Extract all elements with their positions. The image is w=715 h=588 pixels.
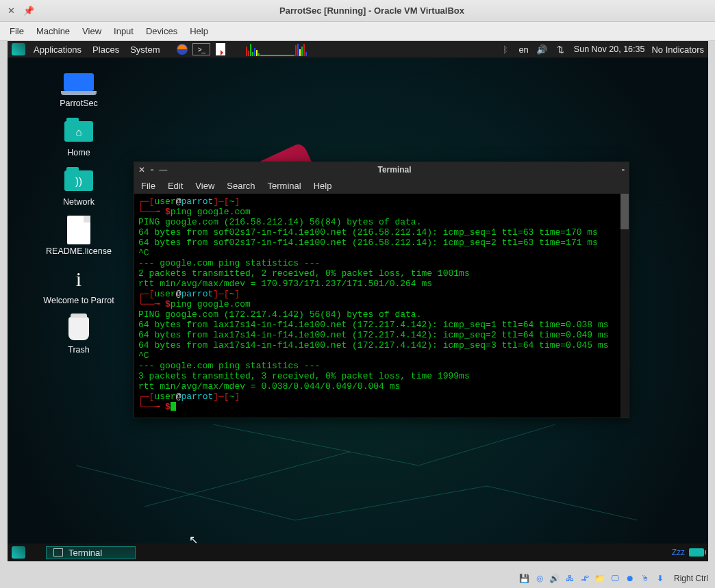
system-monitor-applet[interactable] [246,42,349,56]
desktop-icon-readme-label: README.license [46,246,112,256]
desktop-icons: ParrotSec ⌂ Home )) Network README.licen… [24,68,134,364]
taskbar-item-label: Terminal [68,548,102,558]
terminal-title: Terminal [167,165,621,175]
host-menu-machine[interactable]: Machine [36,26,70,36]
terminal-restore-button[interactable]: ▫ [622,165,625,175]
firefox-icon[interactable] [176,43,188,55]
guest-screen: Applications Places System >_ ᛒ en 🔊 ⇅ S… [8,41,708,561]
desktop-icon-trash[interactable]: Trash [24,315,134,355]
clock[interactable]: Sun Nov 20, 16:35 [574,44,645,54]
host-menu-view[interactable]: View [82,26,101,36]
network-icon[interactable]: ⇅ [555,43,567,55]
no-indicators-label: No Indicators [651,44,704,55]
svg-line-1 [295,486,487,520]
terminal-menu-help[interactable]: Help [314,181,332,191]
host-menu-help[interactable]: Help [190,26,208,36]
desktop-icon-parrotsec[interactable]: ParrotSec [24,68,134,108]
desktop-icon-home[interactable]: ⌂ Home [24,118,134,157]
volume-icon[interactable]: 🔊 [536,43,548,55]
desktop-icon-network-label: Network [63,197,95,207]
terminal-minimize-button[interactable]: — [159,165,167,175]
terminal-launcher-icon[interactable]: >_ [192,43,210,55]
terminal-body[interactable]: ┌─[user@parrot]─[~] └──╼ $ping google.co… [134,194,629,418]
desktop-icon-trash-icon [63,315,95,342]
svg-line-5 [145,452,350,507]
menu-logo-icon[interactable] [12,43,25,55]
vb-network-icon[interactable]: 🖧 [564,573,575,584]
host-key-label: Right Ctrl [674,574,708,583]
host-menu-file[interactable]: File [10,26,24,36]
terminal-menu-search[interactable]: Search [227,181,255,191]
battery-icon[interactable] [689,548,704,557]
terminal-window: ✕ ▫ — Terminal ▫ File Edit View Search T… [134,162,629,418]
panel-menu-applications[interactable]: Applications [31,44,84,55]
panel-menu-places[interactable]: Places [90,44,122,55]
terminal-menu-terminal[interactable]: Terminal [268,181,301,191]
desktop-icon-network-icon: )) [63,167,95,194]
vb-hdd-icon[interactable]: 💾 [519,573,530,584]
svg-line-0 [76,465,295,520]
host-menu-input[interactable]: Input [114,26,134,36]
desktop-icon-welcome-icon: i [63,266,95,293]
taskbar-item-terminal[interactable]: Terminal [46,546,136,559]
vb-optical-icon[interactable]: ◎ [534,573,545,584]
keyboard-layout-indicator[interactable]: en [518,44,528,55]
guest-bottom-panel: Terminal Zzz [8,544,708,561]
desktop-icon-welcome-label: Welcome to Parrot [43,296,114,305]
guest-top-panel: Applications Places System >_ ᛒ en 🔊 ⇅ S… [8,41,708,57]
desktop-icon-network[interactable]: )) Network [24,167,134,207]
power-manager-icon[interactable]: Zzz [672,548,685,557]
vb-keyboard-icon[interactable]: ⬇ [655,573,666,584]
terminal-titlebar[interactable]: ✕ ▫ — Terminal ▫ [134,162,629,177]
desktop-icon-readme-icon [63,216,95,244]
host-titlebar: ✕ 📌 ParrotSec [Running] - Oracle VM Virt… [0,0,715,22]
vb-display-icon[interactable]: 🖵 [610,573,620,584]
host-close-button[interactable]: ✕ [5,5,16,16]
terminal-maximize-button[interactable]: ▫ [151,165,153,175]
desktop-icon-home-icon: ⌂ [63,118,95,145]
vb-shared-icon[interactable]: 📁 [594,573,605,584]
desktop-icon-parrotsec-label: ParrotSec [60,99,98,108]
desktop-icon-trash-label: Trash [68,345,90,355]
host-menu-devices[interactable]: Devices [146,26,177,36]
desktop-icon-parrotsec-icon [63,68,95,96]
terminal-menubar: File Edit View Search Terminal Help [134,177,629,194]
bluetooth-icon[interactable]: ᛒ [499,43,512,55]
svg-line-4 [418,424,555,465]
terminal-close-button[interactable]: ✕ [138,165,145,175]
terminal-scrollbar-thumb[interactable] [620,194,629,229]
svg-line-3 [213,424,418,465]
vb-usb-icon[interactable]: 🖇 [579,573,590,584]
desktop-icon-readme[interactable]: README.license [24,216,134,256]
terminal-menu-edit[interactable]: Edit [168,181,183,191]
terminal-icon [53,548,63,557]
desktop-icon-home-label: Home [67,148,90,157]
terminal-menu-file[interactable]: File [141,181,155,191]
host-statusbar: 💾 ◎ 🔊 🖧 🖇 📁 🖵 ⏺ 🖰 ⬇ Right Ctrl [8,572,708,585]
svg-line-2 [487,486,638,520]
panel-menu-system[interactable]: System [127,44,162,55]
terminal-menu-view[interactable]: View [195,181,214,191]
vb-audio-icon[interactable]: 🔊 [549,573,560,584]
host-pin-button[interactable]: 📌 [23,5,34,16]
editor-launcher-icon[interactable] [214,43,227,55]
vb-record-icon[interactable]: ⏺ [625,573,636,584]
show-desktop-icon[interactable] [12,546,25,559]
vb-mouse-icon[interactable]: 🖰 [640,573,651,584]
desktop-icon-welcome[interactable]: i Welcome to Parrot [24,266,134,305]
host-window-title: ParrotSec [Running] - Oracle VM VirtualB… [279,5,464,16]
host-menubar: File Machine View Input Devices Help [0,22,715,41]
